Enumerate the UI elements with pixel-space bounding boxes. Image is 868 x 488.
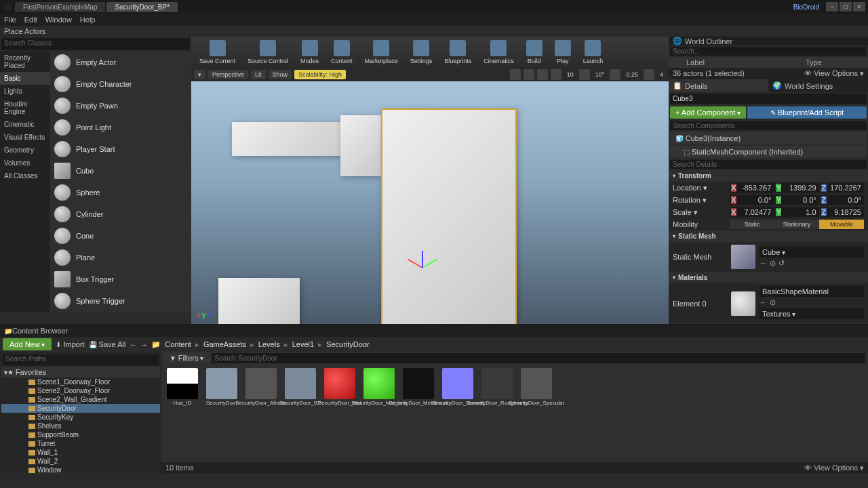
scale-z[interactable]: 9.18725 bbox=[827, 208, 863, 216]
toolbar-marketplace[interactable]: Marketplace bbox=[359, 39, 403, 66]
outliner-search-input[interactable]: Search... bbox=[670, 47, 867, 56]
scale-x[interactable]: 7.02477 bbox=[736, 208, 772, 216]
actor-item[interactable]: Cone bbox=[50, 225, 191, 247]
view-options-button[interactable]: 👁 View Options ▾ bbox=[804, 464, 864, 472]
category-tab[interactable]: Lights bbox=[0, 85, 50, 98]
snap-surface-icon[interactable] bbox=[537, 69, 548, 80]
close-icon[interactable]: × bbox=[853, 2, 865, 12]
add-component-button[interactable]: + Add Component ▾ bbox=[670, 106, 746, 119]
tree-item[interactable]: SecurityDoor bbox=[1, 404, 160, 413]
reset-icon[interactable]: ↺ bbox=[778, 259, 785, 268]
section-transform[interactable]: Transform bbox=[669, 170, 868, 182]
angle-snap-icon[interactable] bbox=[579, 69, 590, 80]
category-tab[interactable]: Basic bbox=[0, 72, 50, 85]
blueprint-script-button[interactable]: ✎ Blueprint/Add Script bbox=[747, 106, 867, 119]
material-thumbnail[interactable] bbox=[731, 291, 755, 316]
scale-y[interactable]: 1.0 bbox=[781, 208, 817, 216]
asset-item[interactable]: SecurityDoor_Specular bbox=[519, 368, 553, 407]
document-tab[interactable]: FirstPersonExampleMap bbox=[15, 2, 105, 12]
category-tab[interactable]: Geometry bbox=[0, 144, 50, 157]
tree-item[interactable]: Scene1_Doorway_Floor bbox=[1, 378, 160, 386]
actor-item[interactable]: Empty Character bbox=[50, 73, 191, 95]
component-item[interactable]: ⬚ StaticMeshComponent (Inherited) bbox=[670, 146, 867, 158]
favorites-header[interactable]: ▾★ Favorites bbox=[1, 367, 160, 378]
actor-item[interactable]: Player Start bbox=[50, 138, 191, 160]
col-label[interactable]: Label bbox=[686, 58, 806, 66]
category-tab[interactable]: Visual Effects bbox=[0, 131, 50, 144]
mesh-dropdown[interactable]: Cube ▾ bbox=[760, 247, 864, 258]
grid-snap-value[interactable]: 10 bbox=[564, 71, 576, 78]
category-tab[interactable]: Recently Placed bbox=[0, 52, 50, 72]
scale-snap-icon[interactable] bbox=[610, 69, 620, 80]
document-tab[interactable]: SecurityDoor_BP* bbox=[106, 2, 178, 12]
breadcrumb-item[interactable]: GameAssets bbox=[203, 340, 246, 348]
location-z[interactable]: 170.2267 bbox=[827, 184, 863, 192]
rotation-z[interactable]: 0.0° bbox=[827, 196, 863, 204]
tree-item[interactable]: Scene2_Doorway_Floor bbox=[1, 386, 160, 395]
transform-mode-icon[interactable] bbox=[510, 69, 521, 80]
asset-item[interactable]: SecurityDoor bbox=[205, 368, 239, 407]
search-details-input[interactable]: Search Details bbox=[670, 160, 867, 169]
coord-space-icon[interactable] bbox=[524, 69, 534, 80]
toolbar-build[interactable]: Build bbox=[521, 39, 548, 66]
toolbar-save-current[interactable]: Save Current bbox=[194, 39, 241, 66]
minimize-icon[interactable]: – bbox=[826, 2, 838, 12]
toolbar-cinematics[interactable]: Cinematics bbox=[478, 39, 519, 66]
breadcrumb[interactable]: 📁Content▸GameAssets▸Levels▸Level1▸Securi… bbox=[151, 340, 369, 349]
perspective-button[interactable]: Perspective bbox=[208, 70, 248, 79]
camera-speed-value[interactable]: 4 bbox=[657, 71, 666, 78]
actor-item[interactable]: Cube bbox=[50, 160, 191, 182]
component-root[interactable]: 🧊 Cube3(Instance) bbox=[670, 132, 867, 144]
menu-edit[interactable]: Edit bbox=[24, 16, 37, 24]
scalability-button[interactable]: Scalability: High bbox=[294, 70, 346, 79]
tab-world-settings[interactable]: 🌍World Settings bbox=[768, 79, 868, 92]
asset-item[interactable]: SecurityDoor_BP bbox=[283, 368, 317, 407]
toolbar-launch[interactable]: Launch bbox=[578, 39, 609, 66]
history-back-icon[interactable]: ← bbox=[130, 341, 136, 348]
asset-item[interactable]: Hue_ID bbox=[165, 368, 199, 407]
category-tab[interactable]: Cinematic bbox=[0, 118, 50, 131]
mobility-movable[interactable]: Movable bbox=[819, 220, 864, 229]
viewport-3d[interactable]: x y z bbox=[191, 81, 669, 324]
transform-gizmo[interactable] bbox=[401, 247, 442, 288]
tree-item[interactable]: SupportBeam bbox=[1, 430, 160, 439]
import-button[interactable]: ⬇ Import bbox=[56, 340, 84, 348]
actor-item[interactable]: Empty Pawn bbox=[50, 95, 191, 117]
category-tab[interactable]: Houdini Engine bbox=[0, 98, 50, 118]
viewport-menu-icon[interactable]: ▾ bbox=[194, 70, 205, 79]
tab-details[interactable]: 📋Details bbox=[669, 79, 768, 92]
toolbar-source-control[interactable]: Source Control bbox=[242, 39, 294, 66]
location-x[interactable]: -853.267 bbox=[736, 184, 772, 192]
rotation-y[interactable]: 0.0° bbox=[781, 196, 817, 204]
material-dropdown[interactable]: BasicShapeMaterial bbox=[760, 286, 864, 297]
search-components-input[interactable]: Search Components bbox=[670, 121, 867, 130]
angle-snap-value[interactable]: 10° bbox=[593, 71, 608, 78]
actor-item[interactable]: Cylinder bbox=[50, 203, 191, 225]
tree-item[interactable]: Wall_2 bbox=[1, 457, 160, 466]
toolbar-content[interactable]: Content bbox=[326, 39, 358, 66]
textures-dropdown[interactable]: Textures ▾ bbox=[760, 308, 864, 319]
history-fwd-icon[interactable]: → bbox=[140, 341, 147, 348]
tree-item[interactable]: Wall_1 bbox=[1, 448, 160, 457]
add-new-button[interactable]: Add New ▾ bbox=[3, 338, 52, 350]
tree-item[interactable]: SecurityKey bbox=[1, 413, 160, 422]
section-materials[interactable]: Materials bbox=[669, 272, 868, 283]
toolbar-settings[interactable]: Settings bbox=[405, 39, 438, 66]
show-button[interactable]: Show bbox=[269, 70, 292, 79]
mobility-static[interactable]: Static bbox=[730, 220, 774, 229]
menu-window[interactable]: Window bbox=[45, 16, 72, 24]
tree-item[interactable]: Shelves bbox=[1, 422, 160, 430]
lit-button[interactable]: Lit bbox=[251, 70, 266, 79]
mesh-thumbnail[interactable] bbox=[731, 245, 755, 269]
search-classes-input[interactable]: Search Classes bbox=[1, 38, 190, 50]
search-assets-input[interactable]: Search SecurityDoor bbox=[212, 353, 865, 363]
search-paths-input[interactable]: Search Paths bbox=[3, 354, 159, 365]
breadcrumb-item[interactable]: Level1 bbox=[292, 340, 314, 348]
use-icon[interactable]: ⊙ bbox=[770, 259, 776, 268]
breadcrumb-item[interactable]: Content bbox=[165, 340, 191, 348]
object-name-field[interactable]: Cube3 bbox=[670, 94, 867, 104]
section-static-mesh[interactable]: Static Mesh bbox=[669, 230, 868, 242]
save-all-button[interactable]: 💾 Save All bbox=[89, 340, 126, 348]
asset-item[interactable]: SecurityDoor_Albedo bbox=[244, 368, 278, 407]
actor-item[interactable]: Point Light bbox=[50, 117, 191, 138]
